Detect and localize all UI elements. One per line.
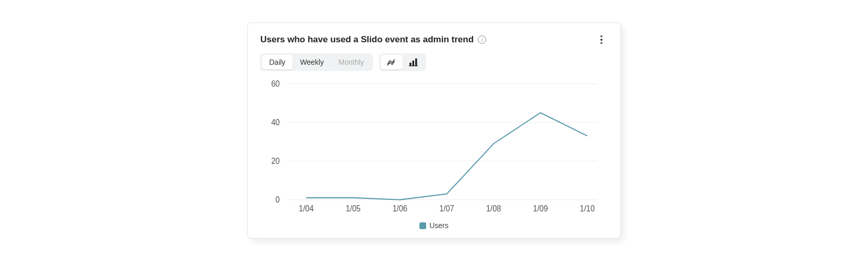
tab-daily[interactable]: Daily: [262, 55, 293, 69]
line-chart-button[interactable]: [381, 55, 403, 69]
x-tick-label: 1/09: [533, 204, 548, 213]
x-tick-label: 1/06: [392, 204, 407, 213]
plot-area: 02040601/041/051/061/071/081/091/10: [260, 78, 608, 219]
svg-rect-1: [412, 61, 414, 66]
x-tick-label: 1/08: [486, 204, 501, 213]
time-granularity-tabs: Daily Weekly Monthly: [260, 53, 373, 71]
x-tick-label: 1/04: [299, 204, 314, 213]
legend: Users: [260, 221, 608, 230]
y-tick-label: 60: [271, 79, 280, 88]
svg-rect-2: [415, 58, 417, 66]
more-menu-button[interactable]: [595, 33, 608, 46]
bar-chart-button[interactable]: [403, 55, 425, 69]
tab-monthly: Monthly: [331, 55, 371, 69]
controls-row: Daily Weekly Monthly: [260, 53, 608, 71]
title-wrap: Users who have used a Slido event as adm…: [260, 34, 486, 45]
x-tick-label: 1/10: [580, 204, 595, 213]
legend-label-users: Users: [429, 221, 449, 230]
y-tick-label: 20: [271, 156, 280, 165]
svg-rect-0: [409, 63, 412, 66]
tab-weekly[interactable]: Weekly: [293, 55, 331, 69]
chart-svg: 02040601/041/051/061/071/081/091/10: [260, 78, 608, 219]
series-line-users: [306, 113, 587, 200]
legend-swatch-users: [419, 222, 426, 229]
card-title: Users who have used a Slido event as adm…: [260, 34, 474, 45]
y-tick-label: 0: [275, 195, 280, 204]
chart-card: Users who have used a Slido event as adm…: [247, 22, 621, 239]
info-icon[interactable]: i: [478, 35, 486, 44]
line-chart-icon: [387, 58, 396, 66]
bar-chart-icon: [409, 58, 418, 66]
card-header: Users who have used a Slido event as adm…: [260, 33, 608, 46]
x-tick-label: 1/07: [439, 204, 454, 213]
y-tick-label: 40: [271, 117, 280, 126]
chart-type-tabs: [379, 53, 426, 71]
x-tick-label: 1/05: [346, 204, 361, 213]
